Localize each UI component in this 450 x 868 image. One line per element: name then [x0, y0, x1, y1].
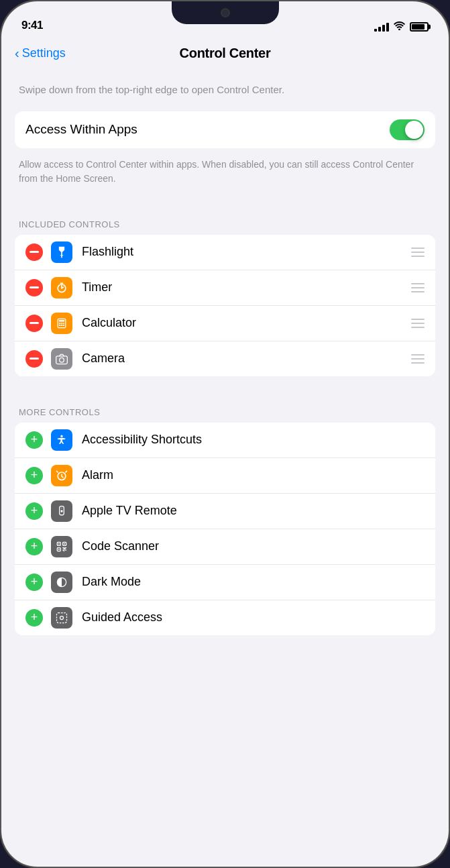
minus-icon	[30, 286, 39, 288]
svg-rect-10	[63, 325, 65, 326]
more-controls-header: MORE CONTROLS	[15, 398, 435, 423]
included-controls-list: Flashlight	[15, 235, 435, 376]
accessibility-row[interactable]: + Accessibility Shortcuts	[15, 423, 435, 458]
back-chevron-icon: ‹	[15, 46, 19, 61]
access-within-apps-card: Access Within Apps	[15, 111, 435, 148]
scanner-add-btn[interactable]: +	[25, 538, 43, 555]
guided-add-btn[interactable]: +	[25, 609, 43, 627]
svg-rect-7	[63, 323, 65, 324]
svg-rect-5	[59, 323, 61, 324]
svg-rect-23	[64, 543, 65, 545]
drag-line	[411, 283, 425, 284]
svg-point-12	[60, 358, 64, 362]
darkmode-add-btn[interactable]: +	[25, 574, 43, 591]
access-description: Allow access to Control Center within ap…	[15, 151, 435, 199]
signal-bar-3	[382, 25, 385, 32]
drag-line	[411, 248, 425, 249]
signal-bar-1	[374, 29, 377, 32]
back-button[interactable]: ‹ Settings	[15, 46, 66, 61]
flashlight-row[interactable]: Flashlight	[15, 235, 435, 270]
calculator-row[interactable]: Calculator	[15, 306, 435, 341]
svg-rect-26	[57, 612, 67, 622]
signal-bar-2	[378, 27, 381, 32]
access-within-apps-label: Access Within Apps	[25, 122, 390, 137]
svg-rect-22	[58, 543, 60, 545]
alarm-icon	[51, 465, 72, 486]
appletv-add-btn[interactable]: +	[25, 502, 43, 520]
svg-rect-8	[59, 325, 61, 326]
timer-remove-btn[interactable]	[25, 279, 43, 296]
guided-row[interactable]: + Guided Access	[15, 600, 435, 635]
flashlight-label: Flashlight	[82, 245, 411, 259]
accessibility-add-btn[interactable]: +	[25, 431, 43, 449]
darkmode-row[interactable]: + Dark Mode	[15, 565, 435, 600]
front-camera	[221, 8, 230, 17]
appletv-icon	[51, 500, 72, 522]
access-within-apps-toggle[interactable]	[390, 119, 425, 140]
drag-line	[411, 256, 425, 257]
drag-line	[411, 291, 425, 292]
flashlight-remove-btn[interactable]	[25, 243, 43, 261]
calculator-remove-btn[interactable]	[25, 315, 43, 332]
alarm-label: Alarm	[82, 468, 425, 482]
battery-icon	[410, 22, 429, 32]
plus-icon: +	[31, 469, 38, 481]
guided-label: Guided Access	[82, 610, 425, 625]
accessibility-label: Accessibility Shortcuts	[82, 433, 425, 447]
guided-icon	[51, 607, 72, 629]
drag-line	[411, 362, 425, 364]
darkmode-label: Dark Mode	[82, 575, 425, 589]
content-area[interactable]: ‹ Settings Control Center Swipe down fro…	[1, 38, 449, 867]
svg-point-13	[60, 435, 62, 437]
alarm-row[interactable]: + Alarm	[15, 458, 435, 494]
camera-row[interactable]: Camera	[15, 341, 435, 376]
timer-row[interactable]: Timer	[15, 270, 435, 306]
timer-label: Timer	[82, 280, 411, 294]
plus-icon: +	[31, 433, 38, 445]
status-time: 9:41	[21, 19, 43, 32]
calculator-label: Calculator	[82, 316, 411, 330]
toggle-thumb	[405, 121, 423, 139]
settings-content: Swipe down from the top-right edge to op…	[1, 69, 449, 657]
darkmode-icon	[51, 572, 72, 593]
swipe-description: Swipe down from the top-right edge to op…	[15, 69, 435, 111]
camera-drag-handle[interactable]	[411, 354, 425, 364]
drag-line	[411, 323, 425, 324]
camera-label: Camera	[82, 351, 411, 366]
timer-drag-handle[interactable]	[411, 283, 425, 292]
phone-screen: 9:41	[1, 1, 449, 867]
phone-frame: 9:41	[0, 0, 450, 868]
scanner-row[interactable]: +	[15, 529, 435, 565]
plus-icon: +	[31, 611, 38, 623]
accessibility-icon	[51, 429, 72, 451]
toggle-switch[interactable]	[390, 119, 425, 140]
drag-line	[411, 354, 425, 356]
flashlight-drag-handle[interactable]	[411, 248, 425, 257]
svg-rect-9	[61, 325, 63, 326]
plus-icon: +	[31, 504, 38, 517]
alarm-add-btn[interactable]: +	[25, 467, 43, 484]
svg-point-27	[60, 616, 64, 619]
access-within-apps-row: Access Within Apps	[15, 111, 435, 148]
scanner-icon	[51, 536, 72, 557]
svg-point-16	[60, 510, 62, 512]
svg-rect-2	[60, 282, 64, 284]
status-icons	[374, 21, 429, 32]
signal-bar-4	[386, 23, 389, 32]
minus-icon	[30, 358, 39, 360]
svg-rect-24	[58, 549, 60, 550]
calculator-drag-handle[interactable]	[411, 319, 425, 328]
flashlight-icon	[51, 241, 72, 263]
notch	[172, 1, 279, 24]
drag-line	[411, 327, 425, 328]
camera-icon	[51, 348, 72, 370]
drag-line	[411, 252, 425, 253]
spacer-3	[15, 387, 435, 398]
minus-icon	[30, 322, 39, 324]
back-label: Settings	[22, 46, 66, 60]
plus-icon: +	[31, 540, 38, 552]
camera-remove-btn[interactable]	[25, 350, 43, 368]
svg-rect-18	[60, 514, 62, 515]
appletv-row[interactable]: + Apple TV Remote	[15, 494, 435, 529]
battery-fill	[412, 24, 425, 30]
